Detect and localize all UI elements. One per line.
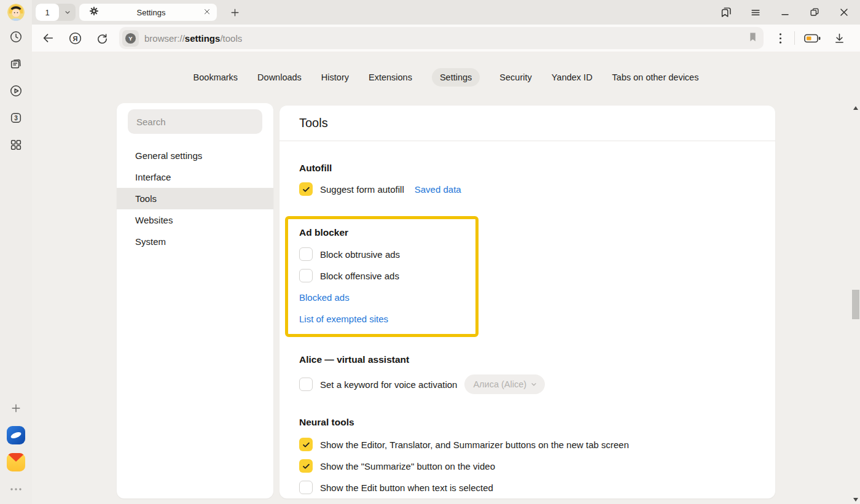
nav-settings[interactable]: Settings [432, 68, 480, 87]
browser-left-rail: 3 [0, 0, 32, 504]
scrollbar-down-icon[interactable] [853, 498, 858, 502]
svg-text:Y: Y [128, 34, 133, 41]
checkbox-label[interactable]: Set a keyword for voice activation [320, 379, 457, 390]
checkbox-label[interactable]: Block offensive ads [320, 271, 399, 281]
nav-history[interactable]: History [321, 68, 349, 87]
sidebar-item-interface[interactable]: Interface [117, 166, 273, 188]
tabs-count-number: 3 [14, 115, 18, 122]
url-path: /tools [220, 33, 242, 44]
sidebar-item-websites[interactable]: Websites [117, 209, 273, 231]
chevron-down-icon [530, 381, 538, 388]
more-apps-icon[interactable] [5, 478, 27, 500]
back-icon[interactable] [34, 27, 61, 49]
yandex-mail-app-icon[interactable] [5, 451, 27, 473]
apps-grid-icon[interactable] [5, 134, 27, 156]
svg-text:Я: Я [72, 34, 77, 42]
neural-edit-button-row: Show the Edit button when text is select… [299, 480, 775, 495]
settings-content-panel: Tools Autofill Suggest form autofill Sav… [280, 106, 775, 498]
ad-blocker-heading: Ad blocker [299, 227, 475, 239]
url-text[interactable]: browser://settings/tools [144, 33, 242, 44]
show-editor-translator-summarizer-checkbox[interactable] [299, 438, 313, 451]
show-summarize-video-checkbox[interactable] [299, 459, 313, 473]
exempted-sites-link[interactable]: List of exempted sites [299, 313, 475, 325]
saved-data-link[interactable]: Saved data [415, 184, 461, 195]
nav-extensions[interactable]: Extensions [369, 68, 412, 87]
sidebar-item-system[interactable]: System [117, 231, 273, 252]
site-badge-icon[interactable]: Y [122, 30, 139, 47]
page-title: Tools [280, 106, 775, 141]
ad-blocker-highlight-box: Ad blocker Block obtrusive ads Block off… [285, 216, 479, 337]
history-icon[interactable] [5, 26, 27, 48]
url-scheme: browser:// [144, 33, 185, 44]
block-obtrusive-ads-row: Block obtrusive ads [299, 247, 475, 262]
tab-close-icon[interactable] [203, 7, 211, 18]
sidebar-item-tools[interactable]: Tools [117, 188, 273, 209]
feed-icon[interactable] [5, 53, 27, 75]
checkbox-label[interactable]: Show the Editor, Translator, and Summari… [320, 440, 629, 450]
tabs-counter-icon[interactable]: 3 [5, 107, 27, 129]
suggest-form-autofill-checkbox[interactable] [299, 182, 313, 196]
browser-menu-icon[interactable] [741, 0, 770, 25]
checkbox-label[interactable]: Show the Edit button when text is select… [320, 483, 493, 493]
address-bar[interactable]: Y browser://settings/tools [119, 27, 764, 49]
yandex-disk-app-icon[interactable] [5, 424, 27, 446]
nav-yandex-id[interactable]: Yandex ID [552, 68, 593, 87]
bookmark-icon[interactable] [748, 32, 757, 45]
scrollbar-up-icon[interactable] [853, 106, 858, 110]
window-restore-icon[interactable] [800, 0, 829, 25]
alice-heading: Alice — virtual assistant [299, 354, 775, 366]
tab-counter-badge[interactable]: 1 [36, 4, 59, 21]
checkbox-label[interactable]: Show the "Summarize" button on the video [320, 461, 495, 471]
settings-search-input[interactable] [128, 109, 262, 134]
browser-toolbar: Я Y browser://settings/tools [32, 25, 860, 52]
video-icon[interactable] [5, 80, 27, 102]
toolbar-divider [794, 31, 795, 45]
url-host: settings [185, 33, 221, 44]
autofill-row: Suggest form autofill Saved data [299, 182, 775, 196]
block-obtrusive-ads-checkbox[interactable] [299, 247, 313, 261]
side-panel-icon[interactable] [711, 0, 741, 25]
alice-keyword-row: Set a keyword for voice activation Алиса… [299, 374, 775, 394]
settings-top-nav: Bookmarks Downloads History Extensions S… [32, 68, 860, 87]
page-scrollbar[interactable] [851, 103, 860, 504]
dropdown-value: Алиса (Alice) [473, 379, 526, 389]
nav-downloads[interactable]: Downloads [257, 68, 302, 87]
nav-security[interactable]: Security [499, 68, 531, 87]
scrollbar-thumb[interactable] [852, 290, 859, 319]
downloads-icon[interactable] [826, 27, 853, 49]
add-shortcut-icon[interactable] [5, 397, 27, 419]
new-tab-button[interactable] [225, 3, 244, 21]
block-offensive-ads-row: Block offensive ads [299, 268, 475, 283]
checkbox-label[interactable]: Suggest form autofill [320, 184, 404, 195]
settings-section-list: General settings Interface Tools Website… [117, 145, 273, 252]
blocked-ads-link[interactable]: Blocked ads [299, 292, 475, 304]
tab-group-control[interactable]: 1 [36, 4, 76, 21]
battery-saver-icon[interactable] [799, 27, 826, 49]
nav-tabs-other-devices[interactable]: Tabs on other devices [612, 68, 698, 87]
profile-avatar-alice[interactable] [7, 4, 25, 21]
settings-sidebar: General settings Interface Tools Website… [117, 103, 273, 498]
settings-page: Bookmarks Downloads History Extensions S… [32, 52, 860, 504]
show-edit-button-checkbox[interactable] [299, 481, 313, 494]
reload-icon[interactable] [88, 27, 115, 49]
tab-gear-icon [89, 6, 99, 18]
active-tab-settings[interactable]: Settings [79, 4, 217, 21]
tab-list-chevron-icon[interactable] [59, 4, 76, 21]
sidebar-item-general-settings[interactable]: General settings [117, 145, 273, 166]
checkbox-label[interactable]: Block obtrusive ads [320, 249, 400, 260]
alice-keyword-checkbox[interactable] [299, 378, 313, 391]
autofill-heading: Autofill [299, 141, 775, 174]
window-close-icon[interactable] [829, 0, 859, 25]
neural-editor-row: Show the Editor, Translator, and Summari… [299, 437, 775, 452]
window-minimize-icon[interactable] [770, 0, 800, 25]
tab-title: Settings [99, 8, 203, 17]
more-options-icon[interactable] [770, 27, 791, 49]
neural-summarize-video-row: Show the "Summarize" button on the video [299, 459, 775, 473]
alice-keyword-dropdown[interactable]: Алиса (Alice) [464, 374, 545, 394]
yandex-home-icon[interactable]: Я [61, 27, 88, 49]
tab-strip: 1 Settings [32, 0, 860, 25]
neural-tools-heading: Neural tools [299, 416, 775, 428]
nav-bookmarks[interactable]: Bookmarks [194, 68, 238, 87]
block-offensive-ads-checkbox[interactable] [299, 269, 313, 282]
